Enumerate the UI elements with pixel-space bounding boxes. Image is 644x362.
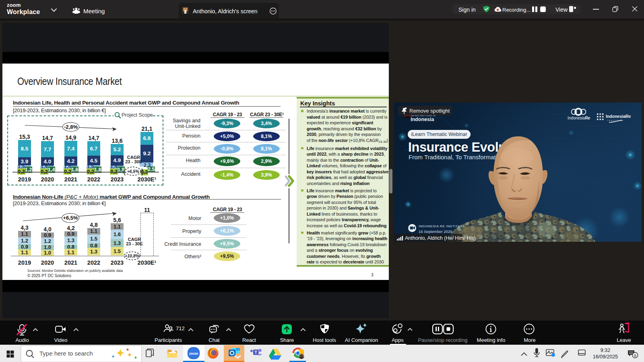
svg-text:INDONESIA RE INSTITUTE: INDONESIA RE INSTITUTE [419,224,465,228]
svg-text:16/09/2025: 16/09/2025 [593,354,618,360]
svg-text:Type here to search: Type here to search [39,350,93,357]
svg-text:16 September 2025: 16 September 2025 [419,229,452,234]
svg-text:): ) [141,167,144,175]
svg-text:+6,5%: +6,5% [127,169,139,174]
svg-text:+10,8%: +10,8% [125,253,140,258]
svg-text:iLearn Thematic Webinar: iLearn Thematic Webinar [411,132,467,137]
svg-text:712: 712 [176,325,185,331]
svg-text:IndonesiaRe: IndonesiaRe [606,114,631,119]
svg-text:Indonesia: Indonesia [411,117,434,122]
svg-text:9: 9 [634,353,636,358]
svg-text:9:32: 9:32 [601,348,610,353]
svg-text:zoom: zoom [189,352,198,356]
svg-text:T: T [254,350,257,355]
svg-text:IndonesiaRe: IndonesiaRe [568,116,590,120]
svg-text:From Traditional, To Transform: From Traditional, To Transformation [409,154,504,160]
